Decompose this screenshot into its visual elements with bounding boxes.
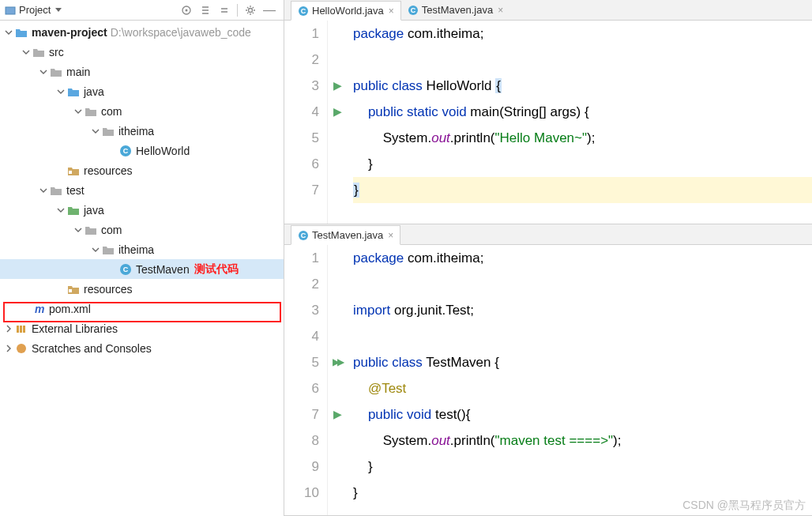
chevron-down-icon[interactable] — [5, 28, 13, 36]
expand-icon[interactable] — [198, 3, 212, 17]
chevron-down-icon[interactable] — [92, 246, 100, 254]
class-icon: C — [408, 5, 419, 16]
gutter: 1 2 3 4 5 6 7 8 9 10 — [284, 245, 328, 515]
tab-label: TestMaven.java — [422, 4, 493, 16]
com-label: com — [101, 224, 122, 236]
tree-external-libraries[interactable]: External Libraries — [0, 318, 284, 338]
scratches-label: Scratches and Consoles — [32, 342, 152, 355]
sidebar-header: Project — — [0, 0, 284, 21]
root-name: maven-project — [32, 26, 107, 39]
tab-helloworld[interactable]: C HelloWorld.java × — [291, 1, 401, 21]
resources-label: resources — [84, 283, 132, 296]
chevron-down-icon[interactable] — [74, 107, 82, 115]
module-icon — [14, 26, 28, 39]
code-bottom[interactable]: 1 2 3 4 5 6 7 8 9 10 ▶▶ ▶ — [284, 245, 812, 515]
tree-main[interactable]: main — [0, 62, 284, 81]
svg-text:m: m — [35, 303, 44, 315]
com-label: com — [101, 105, 122, 118]
package-icon — [101, 243, 115, 256]
tab-testmaven-top[interactable]: C TestMaven.java × — [401, 0, 509, 20]
tree-helloworld[interactable]: C HelloWorld — [0, 141, 284, 160]
tree-test-resources[interactable]: resources — [0, 279, 284, 299]
settings-icon[interactable] — [243, 3, 258, 17]
resources-icon — [66, 164, 81, 177]
testmaven-annotation: 测试代码 — [194, 262, 239, 277]
hide-icon[interactable]: — — [262, 3, 276, 17]
locate-icon[interactable] — [179, 3, 194, 17]
src-label: src — [49, 46, 64, 58]
dropdown-icon[interactable] — [55, 8, 62, 12]
tree-main-java[interactable]: java — [0, 81, 284, 101]
sidebar-title: Project — [19, 4, 51, 16]
run-icon[interactable]: ▶ — [333, 73, 342, 99]
tree-pom[interactable]: m pom.xml — [0, 299, 284, 318]
tab-bar-top: C HelloWorld.java × C TestMaven.java × — [284, 0, 812, 21]
close-icon[interactable]: × — [389, 6, 394, 17]
helloworld-label: HelloWorld — [136, 145, 190, 157]
tree-test-itheima[interactable]: itheima — [0, 239, 284, 259]
java-label: java — [84, 85, 104, 98]
java-label: java — [84, 204, 104, 217]
tree-main-itheima[interactable]: itheima — [0, 121, 284, 141]
run-class-icon[interactable]: ▶▶ — [333, 349, 342, 375]
project-tree: maven-project D:\workspace\javaweb_code … — [0, 21, 284, 516]
chevron-right-icon[interactable] — [5, 345, 13, 352]
test-source-folder-icon — [66, 204, 81, 217]
tree-testmaven[interactable]: C TestMaven 测试代码 — [0, 259, 284, 279]
collapse-icon[interactable] — [217, 3, 231, 17]
folder-icon — [49, 184, 63, 197]
svg-text:C: C — [123, 266, 129, 273]
chevron-right-icon[interactable] — [5, 325, 13, 333]
svg-rect-11 — [17, 326, 19, 333]
svg-rect-12 — [20, 326, 22, 333]
svg-point-2 — [186, 9, 188, 11]
package-icon — [101, 125, 115, 137]
code-top[interactable]: 1 2 3 4 5 6 7 ▶ ▶ package com.itheima; — [284, 21, 812, 224]
itheima-label: itheima — [118, 125, 154, 137]
code-lines[interactable]: package com.itheima; public class HelloW… — [347, 21, 812, 224]
svg-text:C: C — [301, 232, 306, 239]
svg-text:C: C — [411, 6, 416, 14]
svg-text:C: C — [301, 7, 306, 15]
svg-rect-13 — [23, 326, 25, 333]
editor-bottom: C TestMaven.java × 1 2 3 4 5 6 7 8 9 10 — [284, 224, 812, 516]
tree-main-resources[interactable]: resources — [0, 160, 284, 180]
tree-src[interactable]: src — [0, 42, 284, 62]
tab-bar-bottom: C TestMaven.java × — [284, 224, 812, 245]
tree-scratches[interactable]: Scratches and Consoles — [0, 338, 284, 358]
watermark: CSDN @黑马程序员官方 — [682, 499, 806, 513]
chevron-down-icon[interactable] — [57, 206, 65, 214]
tab-testmaven-bottom[interactable]: C TestMaven.java × — [291, 225, 400, 245]
source-folder-icon — [66, 85, 81, 98]
chevron-down-icon[interactable] — [74, 226, 82, 234]
tree-test-com[interactable]: com — [0, 220, 284, 239]
maven-icon: m — [32, 303, 46, 315]
tree-test-java[interactable]: java — [0, 200, 284, 220]
chevron-down-icon[interactable] — [57, 88, 65, 96]
code-lines[interactable]: package com.itheima; import org.junit.Te… — [347, 245, 812, 515]
svg-point-14 — [17, 344, 26, 353]
test-label: test — [66, 184, 85, 197]
editor-top: C HelloWorld.java × C TestMaven.java × 1… — [284, 0, 812, 224]
chevron-down-icon[interactable] — [39, 68, 47, 76]
class-icon: C — [298, 6, 309, 17]
chevron-down-icon[interactable] — [39, 186, 47, 194]
run-icon[interactable]: ▶ — [333, 401, 342, 427]
svg-rect-6 — [69, 171, 72, 174]
close-icon[interactable]: × — [388, 230, 393, 241]
root-path: D:\workspace\javaweb_code — [111, 26, 251, 39]
svg-text:C: C — [123, 147, 129, 155]
tree-test[interactable]: test — [0, 180, 284, 200]
testmaven-label: TestMaven — [136, 263, 190, 276]
project-sidebar: Project — maven-project D:\workspace\jav… — [0, 0, 284, 516]
run-icon[interactable]: ▶ — [333, 99, 342, 125]
close-icon[interactable]: × — [498, 5, 503, 16]
folder-icon — [49, 66, 63, 78]
chevron-down-icon[interactable] — [22, 48, 30, 56]
tree-root[interactable]: maven-project D:\workspace\javaweb_code — [0, 22, 284, 42]
tree-main-com[interactable]: com — [0, 101, 284, 121]
svg-rect-9 — [69, 289, 72, 292]
pom-label: pom.xml — [49, 303, 91, 315]
package-icon — [84, 224, 98, 236]
chevron-down-icon[interactable] — [92, 127, 100, 135]
